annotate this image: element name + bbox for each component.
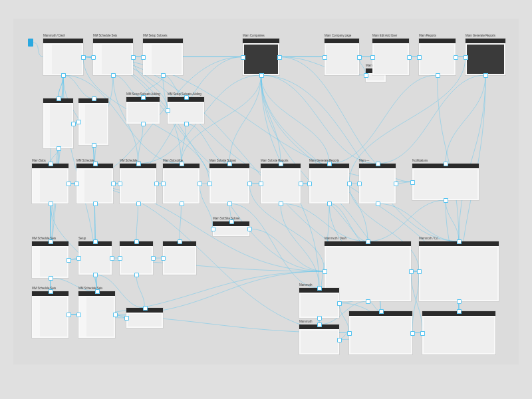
artboard-d6[interactable] [422, 311, 495, 354]
link-anchor [134, 239, 139, 244]
link-anchor [410, 331, 415, 336]
link-anchor [211, 227, 215, 231]
link-anchor [417, 55, 422, 60]
artboard-b6[interactable] [309, 164, 349, 203]
artboard-d0[interactable] [32, 291, 68, 338]
artboard-titlebar [93, 39, 133, 43]
artboard-b2[interactable] [120, 164, 156, 203]
link-anchor [457, 239, 462, 244]
artboard-c5[interactable] [419, 241, 499, 301]
link-anchor [357, 182, 362, 186]
link-anchor [141, 122, 146, 126]
artboard-sidebar [45, 45, 52, 74]
link-anchor [227, 201, 232, 206]
artboard-a8[interactable] [466, 39, 505, 75]
artboard-b4[interactable] [209, 164, 249, 203]
artboard-body [128, 103, 158, 122]
artboard-titlebar [43, 39, 83, 43]
link-anchor [151, 256, 156, 261]
link-anchor [279, 162, 283, 166]
link-anchor [136, 201, 141, 206]
artboard-d1[interactable] [78, 291, 115, 338]
artboard-label: Mam Company page [325, 34, 351, 37]
link-anchor [134, 273, 139, 277]
artboard-b8[interactable] [412, 164, 479, 200]
artboard-body [121, 170, 155, 202]
artboard-label: Mam Subsite Reports [261, 159, 288, 162]
artboard-a10[interactable] [78, 98, 108, 145]
link-anchor [184, 122, 189, 126]
prototype-canvas[interactable]: Mammoth / DashMM Schedule SetsMM Setup S… [13, 19, 519, 364]
artboard-a6[interactable] [372, 39, 409, 75]
link [182, 124, 186, 164]
artboard-a11[interactable] [126, 97, 160, 124]
artboard-a9[interactable] [43, 98, 73, 148]
artboard-c1[interactable] [78, 241, 112, 275]
link-anchor [66, 258, 71, 263]
link [281, 203, 368, 241]
link-anchor [379, 309, 384, 314]
artboard-a2[interactable] [143, 39, 183, 75]
link-anchor [407, 55, 412, 60]
artboard-label: Mam — [359, 159, 369, 162]
artboard-label: Mammoth / Dash [325, 237, 346, 240]
artboard-b7[interactable] [359, 164, 396, 203]
artboard-titlebar [143, 39, 183, 43]
link-anchor [76, 120, 81, 124]
artboard-d5[interactable] [349, 311, 412, 354]
link-anchor [49, 276, 53, 281]
artboard-label: Mammoth [299, 283, 312, 287]
link-anchor [93, 201, 98, 206]
start-node[interactable] [28, 39, 33, 47]
link [229, 75, 261, 164]
artboard-body [80, 247, 110, 273]
artboard-body [214, 227, 248, 235]
link-anchor [483, 73, 488, 78]
link-anchor [180, 162, 184, 166]
link-anchor [124, 316, 129, 321]
link-anchor [49, 289, 53, 294]
artboard-a12[interactable] [168, 97, 204, 124]
link-anchor [131, 55, 136, 60]
link-anchor [184, 95, 189, 100]
artboard-c0[interactable] [32, 241, 68, 278]
artboard-label: Mam Companies [243, 34, 265, 37]
artboard-body [144, 45, 182, 74]
artboard-b3[interactable] [163, 164, 200, 203]
artboard-a0[interactable] [43, 39, 83, 75]
artboard-c2[interactable] [120, 241, 153, 275]
link-anchor [198, 182, 202, 186]
artboard-body [262, 170, 299, 202]
artboard-a1[interactable] [93, 39, 133, 75]
link-anchor [76, 313, 81, 317]
link-anchor [141, 95, 146, 100]
artboard-a3[interactable] [243, 39, 279, 75]
artboard-label: Mammoth / Dash [43, 34, 65, 37]
artboard-body [45, 45, 82, 74]
artboard-b0[interactable] [32, 164, 68, 203]
artboard-b1[interactable] [76, 164, 113, 203]
link [459, 75, 485, 241]
link-anchor [299, 182, 303, 186]
link [186, 124, 230, 164]
artboard-body [94, 45, 132, 74]
link-anchor [370, 55, 375, 60]
link-anchor [92, 96, 96, 101]
artboard-a4[interactable] [325, 39, 359, 75]
artboard-body [45, 104, 72, 147]
artboard-body [374, 45, 408, 74]
artboard-a7[interactable] [419, 39, 456, 75]
link [339, 303, 349, 333]
artboard-d3[interactable] [299, 288, 339, 318]
artboard-d2[interactable] [126, 308, 163, 328]
artboard-b5[interactable] [261, 164, 301, 203]
link-anchor [118, 256, 122, 261]
artboard-titlebar [419, 39, 456, 43]
artboard-sidebar [33, 297, 40, 336]
link [359, 57, 366, 76]
link-anchor [337, 338, 342, 342]
artboard-c3[interactable] [163, 241, 196, 275]
artboard-body [420, 247, 497, 300]
artboard-d4[interactable] [299, 325, 339, 354]
artboard-body [467, 45, 504, 74]
